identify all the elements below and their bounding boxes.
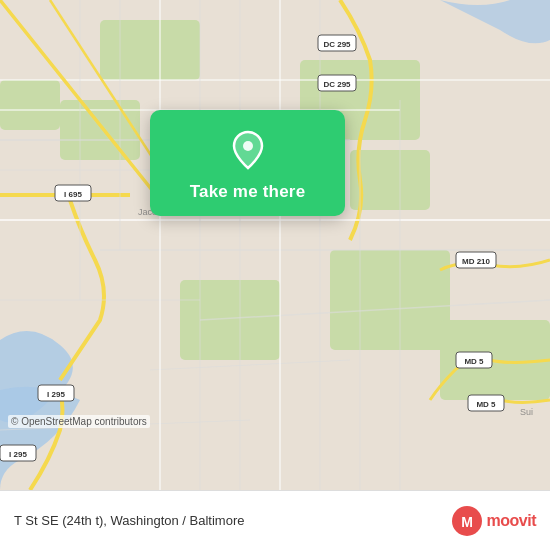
map-attribution: © OpenStreetMap contributors [8,415,150,428]
svg-point-49 [243,141,253,151]
svg-text:MD 210: MD 210 [462,257,491,266]
moovit-icon: M [451,505,483,537]
moovit-logo: M moovit [451,505,536,537]
svg-text:DC 295: DC 295 [323,40,351,49]
svg-rect-7 [0,80,60,130]
svg-text:I 295: I 295 [47,390,65,399]
address-text: T St SE (24th t), Washington / Baltimore [14,513,244,528]
svg-rect-3 [180,280,280,360]
svg-text:I 695: I 695 [64,190,82,199]
svg-rect-4 [330,250,450,350]
svg-rect-6 [60,100,140,160]
moovit-name: moovit [487,512,536,530]
svg-rect-8 [100,20,200,80]
svg-text:I 295: I 295 [9,450,27,459]
bottom-bar: T St SE (24th t), Washington / Baltimore… [0,490,550,550]
map-container: I 695 DC 295 DC 295 I 295 I 295 MD 210 M… [0,0,550,490]
take-me-there-popup[interactable]: Take me there [150,110,345,216]
location-pin-icon [226,128,270,172]
take-me-there-label: Take me there [190,182,306,202]
svg-text:DC 295: DC 295 [323,80,351,89]
svg-text:Sui: Sui [520,407,533,417]
svg-text:MD 5: MD 5 [476,400,496,409]
svg-text:M: M [461,514,473,530]
svg-text:MD 5: MD 5 [464,357,484,366]
